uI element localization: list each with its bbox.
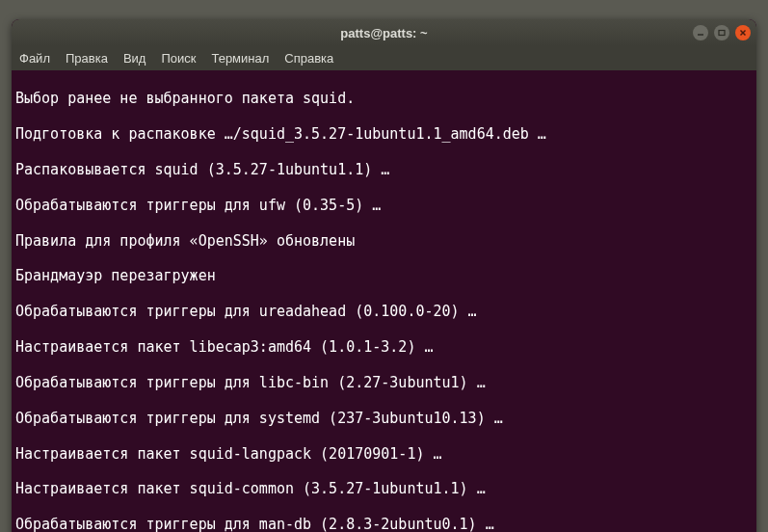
- maximize-icon: [718, 29, 726, 37]
- maximize-button[interactable]: [714, 25, 729, 40]
- close-button[interactable]: [735, 25, 751, 40]
- menu-search[interactable]: Поиск: [161, 51, 196, 66]
- output-line: Брандмауэр перезагружен: [15, 267, 753, 284]
- terminal-window: patts@patts: ~ Файл Правка Вид Поиск Тер…: [12, 19, 756, 532]
- output-line: Правила для профиля «OpenSSH» обновлены: [15, 232, 753, 250]
- minimize-icon: [697, 29, 704, 37]
- output-line: Обрабатываются триггеры для ufw (0.35-5)…: [15, 197, 753, 214]
- minimize-button[interactable]: [693, 25, 708, 40]
- window-controls: [693, 25, 751, 40]
- terminal-body[interactable]: Выбор ранее не выбранного пакета squid. …: [12, 70, 756, 532]
- output-line: Настраивается пакет squid-common (3.5.27…: [15, 480, 753, 497]
- output-line: Обрабатываются триггеры для ureadahead (…: [15, 303, 753, 320]
- menu-file[interactable]: Файл: [19, 51, 50, 66]
- output-line: Настраивается пакет squid-langpack (2017…: [15, 445, 753, 463]
- window-title: patts@patts: ~: [340, 26, 427, 40]
- output-line: Обрабатываются триггеры для libc-bin (2.…: [15, 374, 753, 391]
- menu-edit[interactable]: Правка: [66, 51, 108, 66]
- menu-view[interactable]: Вид: [123, 51, 146, 66]
- menu-help[interactable]: Справка: [284, 51, 333, 66]
- output-line: Обрабатываются триггеры для systemd (237…: [15, 410, 753, 427]
- output-line: Выбор ранее не выбранного пакета squid.: [15, 90, 753, 107]
- close-icon: [739, 29, 747, 37]
- output-line: Настраивается пакет libecap3:amd64 (1.0.…: [15, 338, 753, 356]
- svg-rect-1: [719, 31, 725, 36]
- menubar: Файл Правка Вид Поиск Терминал Справка: [12, 46, 756, 70]
- output-line: Обрабатываются триггеры для man-db (2.8.…: [15, 516, 753, 532]
- output-line: Распаковывается squid (3.5.27-1ubuntu1.1…: [15, 161, 753, 178]
- output-line: Подготовка к распаковке …/squid_3.5.27-1…: [15, 125, 753, 143]
- titlebar: patts@patts: ~: [12, 19, 756, 46]
- menu-terminal[interactable]: Терминал: [211, 51, 269, 66]
